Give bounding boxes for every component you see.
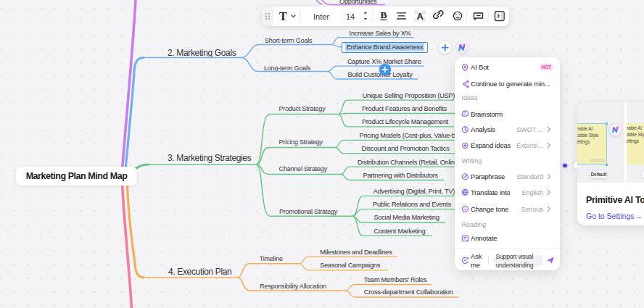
svg-text:SWOT ...: SWOT ... [516,126,543,133]
svg-text:Extensi...: Extensi... [516,142,543,149]
svg-text:Expand ideas: Expand ideas [471,141,511,149]
svg-text:Writing: Writing [462,157,482,165]
svg-text:Brainstorm: Brainstorm [471,110,503,118]
svg-text:Paraphrase: Paraphrase [471,172,505,180]
svg-text:Continue to generate min...: Continue to generate min... [471,80,550,88]
svg-text:14: 14 [346,12,355,21]
svg-text:HOT: HOT [542,64,551,70]
svg-text:English: English [521,189,543,196]
svg-text:Inter: Inter [313,12,329,21]
svg-text:me: me [471,261,480,269]
svg-text:Translate into: Translate into [471,188,510,196]
svg-text:Ask: Ask [471,252,482,260]
svg-text:T: T [279,10,287,22]
svg-text:Ideas: Ideas [462,94,479,101]
svg-text:Serious: Serious [521,206,543,213]
svg-text:Support visual: Support visual [496,253,534,260]
svg-text:Analysis: Analysis [471,125,495,133]
svg-text:Annotate: Annotate [471,234,497,242]
svg-text:A: A [417,12,424,22]
svg-text:Standard: Standard [516,173,543,180]
svg-text:B: B [381,9,387,20]
svg-text:Change tone: Change tone [471,205,508,213]
svg-text:Reading: Reading [462,221,487,228]
svg-text:understanding: understanding [496,262,534,269]
svg-text:AI Bot: AI Bot [471,63,489,71]
